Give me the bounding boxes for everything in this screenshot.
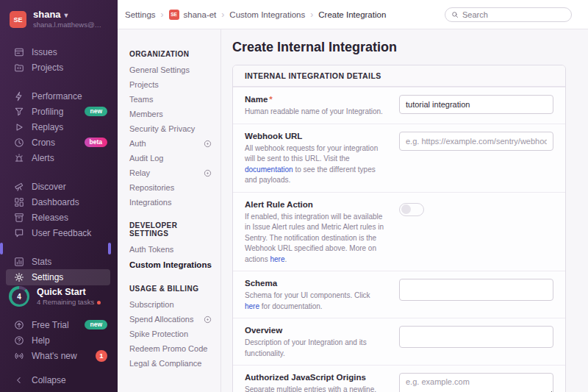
field-row-webhook-url: Webhook URL All webhook requests for you… <box>233 124 565 192</box>
breadcrumb-separator: › <box>310 10 313 20</box>
schema-help: Schema for your UI components. Click her… <box>245 291 386 312</box>
sidebar-item-settings[interactable]: Settings <box>6 269 110 285</box>
field-row-authorized-js-origins: Authorized JavaScript Origins Separate m… <box>233 365 565 392</box>
quick-start-widget[interactable]: 4 Quick Start 4 Remaining tasks <box>0 286 118 317</box>
nav-item-auth-tokens[interactable]: Auth Tokens <box>129 242 215 257</box>
breadcrumb-custom-integrations[interactable]: Custom Integrations <box>229 10 305 19</box>
replays-icon <box>13 121 24 132</box>
schema-textarea[interactable] <box>399 279 553 301</box>
user-feedback-icon <box>13 227 24 238</box>
sidebar-collapse-button[interactable]: Collapse <box>0 372 118 388</box>
page-title: Create Internal Integration <box>232 40 566 55</box>
performance-icon <box>13 90 24 101</box>
settings-subnav: ORGANIZATION General Settings Projects T… <box>118 29 221 392</box>
nav-item-custom-integrations[interactable]: Custom Integrations <box>129 257 215 273</box>
webhook-url-input[interactable] <box>399 132 553 151</box>
nav-heading-usage-billing: USAGE & BILLING <box>129 285 215 293</box>
sidebar-item-issues[interactable]: Issues <box>0 44 118 60</box>
nav-item-security-privacy[interactable]: Security & Privacy <box>129 121 215 136</box>
issues-icon <box>13 46 24 57</box>
breadcrumb-settings[interactable]: Settings <box>125 10 156 19</box>
profiling-icon <box>13 106 24 117</box>
sidebar-item-free-trial[interactable]: Free Trial new <box>0 317 118 332</box>
sentry-app: SE shana▼ shana.l.matthews@… Issues Proj… <box>0 0 588 392</box>
sidebar-item-replays[interactable]: Replays <box>0 119 118 135</box>
sidebar-item-user-feedback[interactable]: User Feedback <box>0 225 118 240</box>
sidebar-item-label: Performance <box>32 91 82 101</box>
nav-heading-developer-settings: DEVELOPER SETTINGS <box>129 221 215 238</box>
actions-here-link[interactable]: here <box>270 255 284 263</box>
content-area: ORGANIZATION General Settings Projects T… <box>118 29 588 392</box>
sidebar-item-stats[interactable]: Stats <box>0 254 118 269</box>
main-panel: Create Internal Integration INTERNAL INT… <box>221 29 588 392</box>
sidebar-item-dashboards[interactable]: Dashboards <box>0 194 118 210</box>
search-input[interactable] <box>462 10 565 19</box>
help-icon <box>13 335 24 346</box>
sidebar-item-alerts[interactable]: Alerts <box>0 150 118 165</box>
sidebar-item-label: Replays <box>32 122 63 132</box>
nav-item-label: Spend Allocations <box>129 312 193 327</box>
chevron-down-icon: ▼ <box>63 12 70 19</box>
sidebar-item-label: Profiling <box>32 107 63 117</box>
nav-item-label: Auth <box>129 136 146 151</box>
nav-item-redeem-promo-code[interactable]: Redeem Promo Code <box>129 341 215 356</box>
sidebar-item-label: Crons <box>32 138 55 148</box>
sidebar-item-label: Free Trial <box>32 320 69 330</box>
nav-item-auth[interactable]: Auth <box>129 136 215 151</box>
nav-item-spike-protection[interactable]: Spike Protection <box>129 327 215 341</box>
sidebar-item-projects[interactable]: Projects <box>0 60 118 75</box>
breadcrumb-create-integration: Create Integration <box>318 10 386 19</box>
sidebar-item-label: Issues <box>32 47 57 57</box>
sidebar-item-performance[interactable]: Performance <box>0 88 118 104</box>
free-trial-icon <box>13 319 24 330</box>
discover-icon <box>13 181 24 192</box>
sidebar-item-label: Collapse <box>32 375 66 385</box>
help-text: for documentation. <box>259 302 323 310</box>
user-email: shana.l.matthews@… <box>33 21 101 29</box>
nav-item-members[interactable]: Members <box>129 107 215 121</box>
nav-item-projects[interactable]: Projects <box>129 77 215 92</box>
sidebar-item-whats-new[interactable]: What's new 1 <box>0 348 118 363</box>
name-input[interactable] <box>399 95 553 114</box>
nav-item-audit-log[interactable]: Audit Log <box>129 151 215 165</box>
settings-gear-icon <box>13 272 24 283</box>
sidebar-item-crons[interactable]: Crons beta <box>0 135 118 150</box>
authorized-js-origins-textarea[interactable] <box>399 373 553 392</box>
webhook-url-help: All webhook requests for your integratio… <box>245 143 386 186</box>
field-row-name: Name* Human readable name of your Integr… <box>233 87 565 124</box>
nav-item-integrations[interactable]: Integrations <box>129 195 215 210</box>
org-user-menu[interactable]: SE shana▼ shana.l.matthews@… <box>0 0 118 38</box>
nav-item-general-settings[interactable]: General Settings <box>129 63 215 77</box>
nav-item-subscription[interactable]: Subscription <box>129 297 215 312</box>
overview-textarea[interactable] <box>399 326 553 348</box>
quick-start-title: Quick Start <box>37 287 101 298</box>
nav-item-relay[interactable]: Relay <box>129 165 215 180</box>
toggle-knob <box>401 204 411 214</box>
overview-help: Description of your Integration and its … <box>245 338 386 359</box>
quick-start-subtitle: 4 Remaining tasks <box>37 298 94 306</box>
whats-new-count-badge: 1 <box>96 350 107 362</box>
dashboards-icon <box>13 196 24 207</box>
primary-sidebar: SE shana▼ shana.l.matthews@… Issues Proj… <box>0 0 118 392</box>
breadcrumb-org[interactable]: SE shana-et <box>169 10 217 20</box>
sidebar-item-discover[interactable]: Discover <box>0 179 118 194</box>
nav-item-spend-allocations[interactable]: Spend Allocations <box>129 312 215 327</box>
new-badge: new <box>85 107 107 116</box>
sidebar-item-profiling[interactable]: Profiling new <box>0 104 118 119</box>
authorized-js-origins-help: Separate multiple entries with a newline… <box>245 385 386 392</box>
schema-here-link[interactable]: here <box>245 302 259 310</box>
documentation-link[interactable]: documentation <box>245 165 293 174</box>
stats-icon <box>13 256 24 267</box>
field-row-schema: Schema Schema for your UI components. Cl… <box>233 271 565 318</box>
search-box[interactable] <box>445 7 572 22</box>
alert-rule-action-toggle[interactable] <box>399 203 424 216</box>
sidebar-item-releases[interactable]: Releases <box>0 210 118 225</box>
nav-item-repositories[interactable]: Repositories <box>129 180 215 195</box>
upsell-business-icon <box>204 169 212 177</box>
nav-item-teams[interactable]: Teams <box>129 92 215 107</box>
name-help: Human readable name of your Integration. <box>245 107 386 118</box>
nav-item-legal-compliance[interactable]: Legal & Compliance <box>129 356 215 371</box>
field-row-alert-rule-action: Alert Rule Action If enabled, this integ… <box>233 192 565 271</box>
sidebar-item-help[interactable]: Help <box>0 332 118 348</box>
help-text: All webhook requests for your integratio… <box>245 144 378 163</box>
